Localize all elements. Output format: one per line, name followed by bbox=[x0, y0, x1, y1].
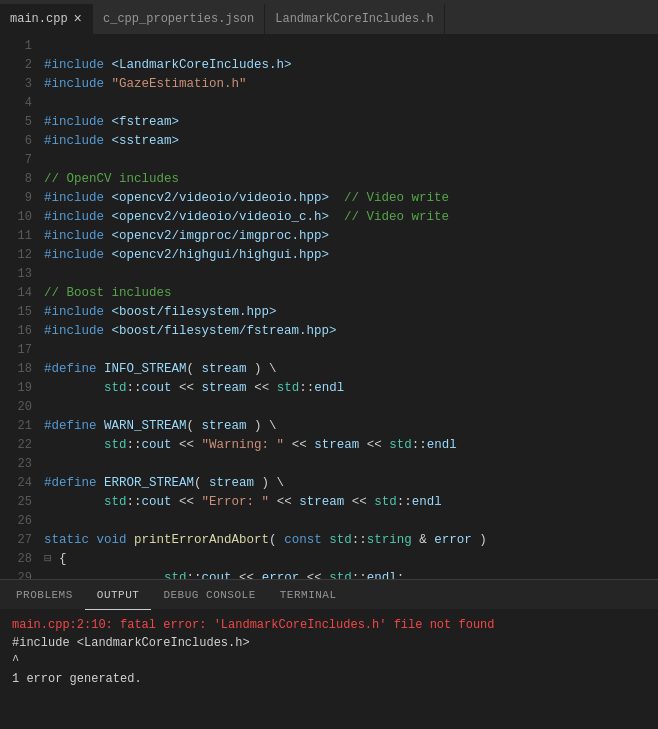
bottom-panel: PROBLEMS OUTPUT DEBUG CONSOLE TERMINAL m… bbox=[0, 579, 658, 700]
code-line: std::cout << error << std::endl; bbox=[44, 569, 658, 579]
tab-main-cpp[interactable]: main.cpp × bbox=[0, 4, 93, 34]
output-content: main.cpp:2:10: fatal error: 'LandmarkCor… bbox=[0, 610, 658, 700]
code-line: #include <boost/filesystem/fstream.hpp> bbox=[44, 322, 658, 341]
tab-output[interactable]: OUTPUT bbox=[85, 580, 152, 610]
code-line bbox=[44, 398, 658, 417]
tab-landmark-core-includes[interactable]: LandmarkCoreIncludes.h bbox=[265, 4, 444, 34]
code-line: ⊟ { bbox=[44, 550, 658, 569]
code-line: std::cout << stream << std::endl bbox=[44, 379, 658, 398]
code-line bbox=[44, 341, 658, 360]
code-line: #include <opencv2/imgproc/imgproc.hpp> bbox=[44, 227, 658, 246]
code-line bbox=[44, 265, 658, 284]
code-line bbox=[44, 37, 658, 56]
code-line bbox=[44, 151, 658, 170]
tab-terminal[interactable]: TERMINAL bbox=[268, 580, 349, 610]
code-line: #include <opencv2/videoio/videoio.hpp> /… bbox=[44, 189, 658, 208]
code-line: // OpenCV includes bbox=[44, 170, 658, 189]
output-line-2: #include <LandmarkCoreIncludes.h> bbox=[12, 634, 646, 652]
panel-tab-bar: PROBLEMS OUTPUT DEBUG CONSOLE TERMINAL bbox=[0, 580, 658, 610]
code-line: #include <fstream> bbox=[44, 113, 658, 132]
tab-c-cpp-properties[interactable]: c_cpp_properties.json bbox=[93, 4, 265, 34]
code-line: #include <LandmarkCoreIncludes.h> bbox=[44, 56, 658, 75]
close-icon[interactable]: × bbox=[74, 12, 82, 26]
code-line: static void printErrorAndAbort( const st… bbox=[44, 531, 658, 550]
tab-label: LandmarkCoreIncludes.h bbox=[275, 12, 433, 26]
code-lines[interactable]: #include <LandmarkCoreIncludes.h> #inclu… bbox=[40, 35, 658, 579]
output-line-1: main.cpp:2:10: fatal error: 'LandmarkCor… bbox=[12, 616, 646, 634]
code-line: #include "GazeEstimation.h" bbox=[44, 75, 658, 94]
tab-label: main.cpp bbox=[10, 12, 68, 26]
code-line: #include <opencv2/highgui/highgui.hpp> bbox=[44, 246, 658, 265]
tab-label: c_cpp_properties.json bbox=[103, 12, 254, 26]
code-line bbox=[44, 512, 658, 531]
code-line: #define ERROR_STREAM( stream ) \ bbox=[44, 474, 658, 493]
line-numbers: 12345 678910 1112131415 1617181920 21222… bbox=[0, 35, 40, 579]
code-line: std::cout << "Error: " << stream << std:… bbox=[44, 493, 658, 512]
tab-debug-console[interactable]: DEBUG CONSOLE bbox=[151, 580, 267, 610]
output-line-4: 1 error generated. bbox=[12, 670, 646, 688]
tab-problems[interactable]: PROBLEMS bbox=[4, 580, 85, 610]
code-line: #define INFO_STREAM( stream ) \ bbox=[44, 360, 658, 379]
tab-bar: main.cpp × c_cpp_properties.json Landmar… bbox=[0, 0, 658, 35]
output-line-3: ^ bbox=[12, 652, 646, 670]
code-line bbox=[44, 455, 658, 474]
code-line bbox=[44, 94, 658, 113]
code-line: // Boost includes bbox=[44, 284, 658, 303]
code-line: #include <opencv2/videoio/videoio_c.h> /… bbox=[44, 208, 658, 227]
code-area: 12345 678910 1112131415 1617181920 21222… bbox=[0, 35, 658, 579]
code-editor: 12345 678910 1112131415 1617181920 21222… bbox=[0, 35, 658, 579]
code-line: #include <boost/filesystem.hpp> bbox=[44, 303, 658, 322]
code-line: #include <sstream> bbox=[44, 132, 658, 151]
code-line: #define WARN_STREAM( stream ) \ bbox=[44, 417, 658, 436]
code-line: std::cout << "Warning: " << stream << st… bbox=[44, 436, 658, 455]
